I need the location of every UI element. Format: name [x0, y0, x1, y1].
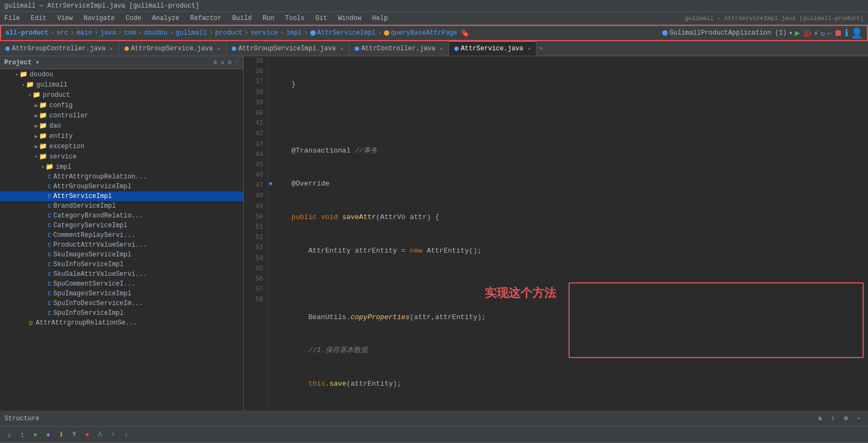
sort-num-icon[interactable]: ↕ [17, 430, 27, 440]
menu-tools[interactable]: Tools [283, 14, 307, 23]
tree-item-spuinfodescserviceim[interactable]: C SpuInfoDescServiceIm... [0, 299, 243, 308]
up-arrow-icon[interactable]: ↑ [108, 430, 118, 440]
tab-attrservice[interactable]: AttrService.java ✕ [449, 41, 537, 56]
breadcrumb-java[interactable]: java [100, 29, 116, 37]
tree-item-categorybrandrelation[interactable]: C CategoryBrandRelatio... [0, 211, 243, 221]
down-arrow-icon[interactable]: ↓ [121, 430, 131, 440]
tab-close-attrcontroller[interactable]: ✕ [440, 45, 443, 52]
file-icon-skusaleattrvalueservi: C [48, 271, 51, 277]
tree-item-spucommentservicei[interactable]: C SpuCommentServiceI... [0, 279, 243, 289]
breadcrumb-gulimall[interactable]: gulimall [176, 29, 207, 37]
more-button[interactable]: ⋯ [827, 29, 832, 38]
tree-label-gulimall: gulimall [36, 81, 68, 89]
menu-run[interactable]: Run [260, 14, 277, 23]
tree-item-skuimagesserviceimpl[interactable]: C SkuImagesServiceImpl [0, 250, 243, 260]
minimize-icon[interactable]: − [854, 414, 864, 424]
tree-item-product[interactable]: ▾ 📁 product [0, 90, 243, 100]
tree-item-dao[interactable]: ▶ 📁 dao [0, 121, 243, 131]
tree-item-brandserviceimpl[interactable]: C BrandServiceImpl [0, 201, 243, 211]
tab-attrgroupserviceimpl[interactable]: AttrGroupServiceImpl.java ✕ [226, 41, 349, 56]
tree-item-attrattrgrouprelation[interactable]: C AttrAttrgroupRelation... [0, 172, 243, 182]
bottom-icons: ↓ ↕ ● ◆ ℹ Υ ● Λ ↑ ↓ [4, 430, 131, 440]
menu-analyze[interactable]: Analyze [150, 14, 181, 23]
tree-item-controller[interactable]: ▶ 📁 controller [0, 110, 243, 121]
tabs-overflow[interactable]: » [539, 45, 543, 52]
info-circle-icon[interactable]: ℹ [56, 430, 66, 440]
menu-edit[interactable]: Edit [29, 14, 49, 23]
tree-label-entity: entity [49, 133, 73, 140]
avatar-button[interactable]: 👤 [851, 27, 863, 39]
tab-attrcontroller[interactable]: AttrController.java ✕ [349, 41, 449, 56]
tree-item-exception[interactable]: ▶ 📁 exception [0, 141, 243, 151]
file-icon-attrgroupserviceimpl: C [48, 183, 51, 190]
sidebar-icon-sort[interactable]: ⇅ [220, 58, 224, 67]
tree-item-config[interactable]: ▶ 📁 config [0, 100, 243, 110]
refresh-button[interactable]: ↻ [820, 29, 825, 38]
tree-item-impl[interactable]: ▾ 📁 impl [0, 162, 243, 172]
sort-az-icon[interactable]: ⇅ [815, 414, 825, 424]
menu-navigate[interactable]: Navigate [81, 14, 117, 23]
breadcrumb-doudou[interactable]: doudou [144, 29, 167, 37]
breadcrumb-attrserviceimpl[interactable]: AttrServiceImpl [317, 29, 376, 37]
menu-code[interactable]: Code [123, 14, 143, 23]
breadcrumb-project[interactable]: all-product [5, 29, 48, 37]
breadcrumb-method[interactable]: queryBaseAttrPage [391, 29, 457, 37]
tree-item-spuinfoserviceimpl[interactable]: C SpuInfoServiceImpl [0, 308, 243, 318]
run-button[interactable]: ▶ [795, 28, 800, 38]
menu-git[interactable]: Git [314, 14, 330, 23]
debug-button[interactable]: 🐞 [802, 29, 812, 38]
breadcrumb-src[interactable]: src [56, 29, 68, 37]
green-circle-icon[interactable]: ● [30, 430, 40, 440]
tree-item-service[interactable]: ▾ 📁 service [0, 151, 243, 162]
lambda-icon[interactable]: Λ [95, 430, 105, 440]
breadcrumb-product[interactable]: product [215, 29, 242, 37]
code-content[interactable]: } @Transactional //事务 @Override ◉ public… [268, 56, 868, 411]
tree-item-attrgroupserviceimpl[interactable]: C AttrGroupServiceImpl [0, 182, 243, 191]
tab-label-attrgroupserviceimpl: AttrGroupServiceImpl.java [238, 45, 336, 52]
purple-diamond-icon[interactable]: ◆ [43, 430, 53, 440]
menu-build[interactable]: Build [230, 14, 254, 23]
menu-window[interactable]: Window [336, 14, 363, 23]
sidebar-icon-target[interactable]: ⊕ [213, 58, 217, 67]
sidebar-icon-minimize[interactable]: − [235, 58, 239, 67]
sort-icon[interactable]: ↕ [828, 414, 838, 424]
tree-item-skuinfoserviceimpl[interactable]: C SkuInfoServiceImpl [0, 260, 243, 269]
breadcrumb-com[interactable]: com [124, 29, 136, 37]
file-icon-spuimagesserviceimpl: C [48, 290, 51, 297]
sidebar-icon-gear[interactable]: ⚙ [228, 58, 232, 67]
code-area: 35 36 37 38 39 40 41 42 43 44 45 46 47 4… [244, 56, 868, 411]
tree-item-entity[interactable]: ▶ 📁 entity [0, 131, 243, 141]
red-circle-icon[interactable]: ● [82, 430, 92, 440]
menu-help[interactable]: Help [370, 14, 390, 23]
structure-title: Structure [4, 415, 40, 422]
tree-item-gulimall[interactable]: ▾ 📁 gulimall [0, 80, 243, 90]
stop-button[interactable]: ⏹ [834, 28, 843, 38]
tree-item-commentreplayservi[interactable]: C CommentReplayServi... [0, 230, 243, 240]
tab-attrgroupservice[interactable]: AttrGroupService.java ✕ [119, 41, 226, 56]
settings-icon[interactable]: ⚙ [841, 414, 851, 424]
tab-close-attrgroupserviceimpl[interactable]: ✕ [340, 45, 343, 52]
run-dropdown-icon[interactable]: ▾ [789, 29, 793, 37]
breadcrumb-service[interactable]: service [251, 29, 278, 37]
menu-refactor[interactable]: Refactor [188, 14, 224, 23]
breadcrumb-impl[interactable]: impl [286, 29, 302, 37]
tree-item-attrserviceimpl[interactable]: C AttrServiceImpl [0, 191, 243, 201]
tab-attrgroupcontroller[interactable]: AttrGroupController.java ✕ [0, 41, 119, 56]
tree-item-productattrvalueservi[interactable]: C ProductAttrValueServi... [0, 240, 243, 250]
tree-item-doudou[interactable]: ▾ 📁 doudou [0, 69, 243, 80]
run-config-label[interactable]: GulimallProductApplication (1) [670, 29, 787, 37]
tree-item-spuimagesserviceimpl[interactable]: C SpuImagesServiceImpl [0, 289, 243, 299]
breadcrumb-main[interactable]: main [76, 29, 92, 37]
sort-down-icon[interactable]: ↓ [4, 430, 14, 440]
menu-view[interactable]: View [55, 14, 75, 23]
menu-file[interactable]: File [2, 14, 22, 23]
tree-item-attrattrgrouprelationse[interactable]: ① AttrAttrgroupRelationSe... [0, 318, 243, 328]
y-icon[interactable]: Υ [69, 430, 79, 440]
info-button[interactable]: ℹ [845, 27, 849, 39]
tab-close-attrgroupcontroller[interactable]: ✕ [110, 45, 113, 52]
coverage-button[interactable]: ⚡ [814, 29, 818, 38]
tab-close-attrservice[interactable]: ✕ [527, 45, 531, 52]
tree-item-skusaleattrvalueservi[interactable]: C SkuSaleAttrValueServi... [0, 269, 243, 279]
tree-item-categoryserviceimpl[interactable]: C CategoryServiceImpl [0, 221, 243, 230]
tab-close-attrgroupservice[interactable]: ✕ [217, 45, 220, 52]
